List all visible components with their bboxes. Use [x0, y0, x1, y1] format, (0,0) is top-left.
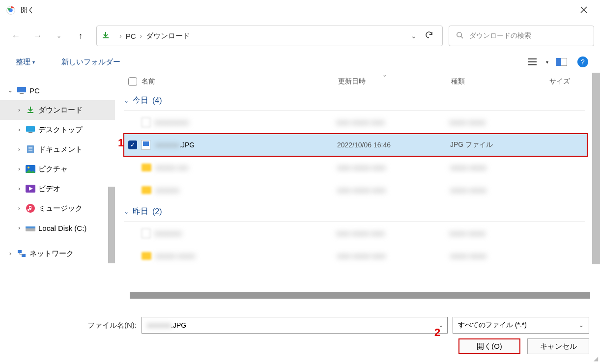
organize-button[interactable]: 整理▾	[12, 56, 39, 69]
tree-pc[interactable]: ⌄ PC	[0, 81, 115, 100]
tree-videos[interactable]: › ビデオ	[0, 179, 115, 198]
breadcrumb-downloads[interactable]: ダウンロード	[146, 31, 190, 41]
chevron-right-icon: ›	[119, 32, 122, 40]
tree-scrollbar[interactable]	[108, 187, 115, 263]
toolbar: 整理▾ 新しいフォルダー ▾ ?	[0, 51, 600, 73]
tree-localdisk[interactable]: › Local Disk (C:)	[0, 218, 115, 238]
file-row[interactable]: xxxxxxx xxxx xxxxx xxxx xxxxx xxxxx	[124, 179, 600, 201]
folder-icon	[142, 186, 151, 194]
view-mode-button[interactable]	[523, 55, 541, 69]
file-row[interactable]: xxxxxxxxxx xxxx xxxxx xxxx xxxxx xxxxx	[124, 111, 600, 134]
select-all-checkbox[interactable]	[124, 77, 142, 86]
file-row-selected[interactable]: ✓ xxxxxxx.JPG 2022/10/06 16:46 JPG ファイル	[124, 134, 587, 156]
group-today[interactable]: ⌄ 今日 (4)	[124, 90, 585, 111]
download-icon	[26, 105, 35, 115]
svg-rect-16	[18, 250, 22, 253]
column-name[interactable]: 名前	[142, 77, 338, 86]
tree-desktop[interactable]: › デスクトップ	[0, 120, 115, 140]
window-title: 開く	[21, 6, 34, 15]
checkbox-checked-icon[interactable]: ✓	[128, 140, 137, 149]
documents-icon	[26, 144, 35, 154]
chevron-right-icon: ›	[16, 224, 23, 231]
network-icon	[17, 249, 27, 258]
file-row[interactable]: xxxxxx xxxxx xxxx xxxxx xxxx xxxxx xxxxx	[124, 245, 600, 267]
svg-point-11	[28, 167, 29, 168]
column-date[interactable]: 更新日時⌄	[338, 77, 451, 86]
tree-downloads[interactable]: › ダウンロード	[0, 100, 115, 120]
search-input[interactable]: ダウンロードの検索	[449, 26, 594, 46]
disk-icon	[26, 223, 35, 233]
svg-rect-15	[26, 226, 35, 228]
chevron-right-icon: ›	[140, 32, 143, 40]
up-button[interactable]: ↑	[71, 26, 90, 46]
image-file-icon	[142, 140, 151, 150]
search-icon	[456, 31, 463, 40]
close-button[interactable]	[573, 1, 594, 20]
chevron-right-icon: ›	[16, 205, 23, 212]
svg-point-2	[457, 32, 461, 37]
chevron-right-icon: ›	[16, 166, 23, 172]
new-folder-button[interactable]: 新しいフォルダー	[57, 56, 124, 69]
back-button[interactable]: ←	[6, 26, 26, 46]
main-area: ⌄ PC › ダウンロード › デスクトップ › ドキュメント › ピクチャ ›…	[0, 73, 600, 299]
desktop-icon	[26, 125, 35, 135]
column-headers: 名前 更新日時⌄ 種類 サイズ	[124, 73, 600, 90]
svg-rect-4	[556, 58, 561, 66]
sort-indicator-icon: ⌄	[382, 71, 387, 78]
cancel-button[interactable]: キャンセル	[527, 338, 589, 354]
pictures-icon	[26, 164, 35, 174]
resize-grip-icon[interactable]: ◢	[594, 355, 598, 362]
chevron-right-icon: ›	[16, 185, 23, 192]
address-bar[interactable]: › PC › ダウンロード ⌄	[96, 26, 443, 46]
search-placeholder: ダウンロードの検索	[469, 31, 531, 40]
footer: ファイル名(N): xxxxxxx.JPG ⌄ すべてのファイル (*.*) ⌄…	[0, 310, 600, 364]
folder-icon	[142, 164, 151, 171]
videos-icon	[26, 184, 35, 194]
download-icon	[102, 31, 110, 41]
tree-music[interactable]: › ミュージック	[0, 198, 115, 218]
view-dropdown[interactable]: ▾	[543, 55, 551, 69]
chevron-down-icon: ⌄	[579, 322, 584, 329]
svg-rect-7	[26, 126, 35, 132]
tree-documents[interactable]: › ドキュメント	[0, 140, 115, 159]
group-yesterday[interactable]: ⌄ 昨日 (2)	[124, 201, 585, 222]
column-type[interactable]: 種類	[451, 77, 549, 86]
file-row[interactable]: xxxxxx xxx xxxx xxxxx xxxx xxxxx xxxxx	[124, 156, 600, 179]
address-dropdown[interactable]: ⌄	[407, 32, 421, 40]
annotation-1: 1	[118, 137, 124, 149]
file-icon	[142, 228, 150, 238]
pc-icon	[17, 85, 27, 95]
annotation-2: 2	[434, 326, 440, 339]
chevron-right-icon: ›	[16, 146, 23, 153]
open-button[interactable]: 開く(O)	[458, 338, 520, 354]
help-button[interactable]: ?	[577, 56, 588, 67]
chevron-right-icon: ›	[16, 107, 23, 113]
music-icon	[26, 203, 35, 213]
svg-rect-8	[29, 132, 32, 133]
preview-pane-button[interactable]	[553, 55, 571, 69]
tree-pictures[interactable]: › ピクチャ	[0, 159, 115, 179]
file-row[interactable]: xxxxxxxx xxxx xxxxx xxxx xxxxx xxxxx	[124, 222, 600, 245]
forward-button[interactable]: →	[28, 26, 47, 46]
folder-icon	[142, 252, 151, 260]
horizontal-scrollbar[interactable]	[130, 292, 590, 299]
filetype-select[interactable]: すべてのファイル (*.*) ⌄	[453, 317, 589, 334]
navigation-bar: ← → ⌄ ↑ › PC › ダウンロード ⌄ ダウンロードの検索	[0, 21, 600, 51]
breadcrumb-pc[interactable]: PC	[126, 32, 136, 40]
filename-input[interactable]: xxxxxxx.JPG ⌄	[142, 317, 448, 334]
file-list: 名前 更新日時⌄ 種類 サイズ ⌄ 今日 (4) xxxxxxxxxx xxxx…	[115, 73, 600, 299]
svg-rect-19	[143, 141, 149, 146]
column-size[interactable]: サイズ	[549, 77, 579, 86]
tree-network[interactable]: › ネットワーク	[0, 244, 115, 263]
svg-rect-5	[17, 87, 26, 92]
chrome-icon	[6, 5, 16, 15]
folder-tree: ⌄ PC › ダウンロード › デスクトップ › ドキュメント › ピクチャ ›…	[0, 73, 115, 299]
recent-dropdown[interactable]: ⌄	[49, 26, 69, 46]
chevron-down-icon: ⌄	[7, 87, 14, 94]
title-bar: 開く	[0, 0, 600, 21]
vertical-scrollbar[interactable]	[592, 73, 600, 264]
refresh-button[interactable]	[421, 30, 437, 42]
svg-rect-9	[27, 145, 34, 153]
chevron-right-icon: ›	[16, 126, 23, 133]
chevron-down-icon: ⌄	[124, 97, 129, 104]
